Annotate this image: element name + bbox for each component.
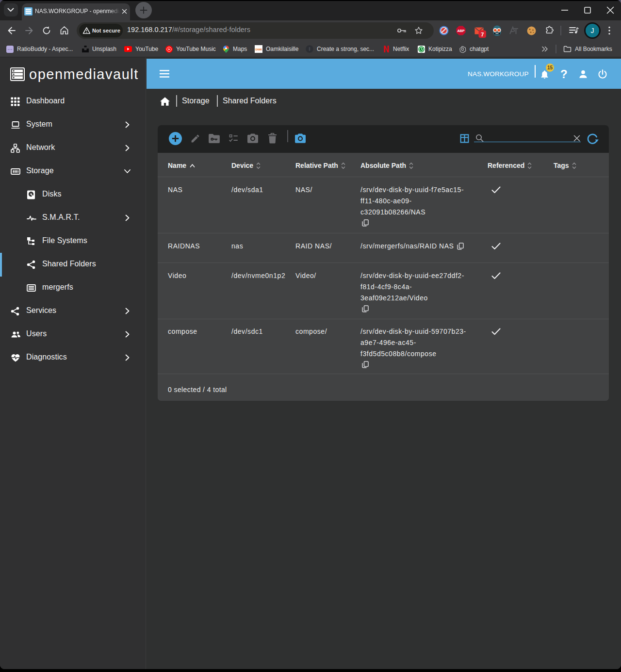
svg-text:7: 7	[481, 32, 484, 37]
svg-text:OAMK: OAMK	[255, 48, 262, 51]
svg-text:ABP: ABP	[457, 29, 464, 33]
